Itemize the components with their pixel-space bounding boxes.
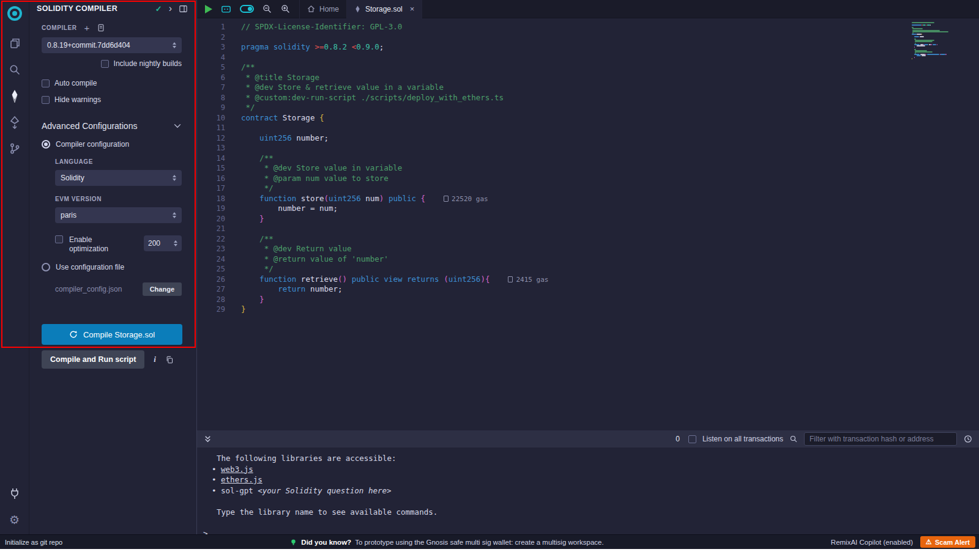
auto-compile-checkbox[interactable] (42, 79, 50, 87)
pin-panel-icon[interactable] (179, 4, 188, 13)
code-line[interactable]: 25 */ (197, 264, 979, 274)
file-explorer-icon[interactable] (7, 36, 22, 51)
git-init-status[interactable]: Initialize as git repo (0, 539, 62, 546)
hide-warnings-checkbox-row[interactable]: Hide warnings (42, 95, 182, 104)
code-line[interactable]: 5/** (197, 62, 979, 73)
code-line[interactable]: 18 function store(uint256 num) public {2… (197, 194, 979, 204)
terminal-line: • sol-gpt <your Solidity question here> (202, 485, 979, 496)
code-line[interactable]: 26 function retrieve() public view retur… (197, 274, 979, 285)
hide-warnings-label: Hide warnings (54, 95, 101, 104)
compile-button[interactable]: Compile Storage.sol (42, 324, 182, 345)
run-script-play-icon[interactable] (205, 5, 212, 13)
code-line[interactable]: 10contract Storage { (197, 113, 979, 123)
code-line[interactable]: 12 uint256 number; (197, 133, 979, 144)
terminal-link[interactable]: ethers.js (221, 475, 262, 484)
code-line[interactable]: 14 /** (197, 153, 979, 164)
zoom-out-icon[interactable] (262, 4, 272, 14)
listen-all-transactions-checkbox[interactable] (688, 435, 696, 443)
ai-assistant-icon[interactable] (220, 4, 232, 14)
code-editor[interactable]: 1// SPDX-License-Identifier: GPL-3.023pr… (197, 18, 979, 430)
panel-header: SOLIDITY COMPILER ✓ › (29, 0, 196, 17)
number-spinner-icon[interactable] (174, 240, 177, 246)
close-tab-icon[interactable]: × (410, 4, 415, 13)
code-line[interactable]: 19 number = num; (197, 204, 979, 214)
language-select[interactable]: Solidity (55, 170, 182, 186)
use-configuration-file-radio[interactable] (42, 263, 50, 271)
enable-optimization-checkbox[interactable] (55, 235, 63, 243)
code-line[interactable]: 8 * @custom:dev-run-script ./scripts/dep… (197, 93, 979, 103)
terminal-line: • ethers.js (202, 474, 979, 485)
advanced-configurations-header[interactable]: Advanced Configurations (42, 121, 182, 131)
code-line[interactable]: 16 * @param num value to store (197, 174, 979, 184)
compiler-configuration-label: Compiler configuration (56, 140, 129, 149)
code-line[interactable]: 9 */ (197, 103, 979, 113)
terminal[interactable]: The following libraries are accessible:•… (197, 448, 979, 534)
code-line[interactable]: 24 * @return value of 'number' (197, 254, 979, 265)
code-line[interactable]: 23 * @dev Return value (197, 244, 979, 254)
code-line[interactable]: 21 (197, 224, 979, 234)
line-number: 14 (197, 153, 225, 164)
auto-compile-checkbox-row[interactable]: Auto compile (42, 79, 182, 87)
code-line[interactable]: 27 return number; (197, 284, 979, 295)
evm-version-select[interactable]: paris (55, 207, 182, 223)
compile-and-run-button[interactable]: Compile and Run script (42, 350, 144, 369)
transaction-count-badge: 0 (676, 435, 680, 443)
minimap[interactable] (912, 22, 970, 59)
code-line[interactable]: 13 (197, 143, 979, 153)
gas-estimate-annotation: 2415 gas (508, 276, 548, 284)
remix-logo[interactable] (6, 5, 23, 24)
evm-version-value: paris (61, 211, 76, 219)
code-line[interactable]: 20 } (197, 214, 979, 224)
add-compiler-icon[interactable]: + (84, 23, 90, 32)
history-clock-icon[interactable] (963, 434, 973, 444)
code-line[interactable]: 28 } (197, 295, 979, 305)
info-icon[interactable]: i (154, 355, 156, 364)
code-line[interactable]: 2 (197, 32, 979, 43)
terminal-line (202, 517, 979, 528)
expand-terminal-icon[interactable] (203, 435, 212, 444)
include-nightly-checkbox-row[interactable]: Include nightly builds (42, 59, 182, 68)
optimization-runs-input[interactable]: 200 (144, 235, 182, 251)
status-bar: Initialize as git repo Did you know? To … (0, 534, 979, 549)
compile-button-label: Compile Storage.sol (83, 330, 155, 339)
search-icon[interactable] (7, 62, 22, 77)
code-line[interactable]: 11 (197, 123, 979, 133)
tab-home[interactable]: Home (300, 0, 347, 18)
deploy-run-icon[interactable] (7, 115, 22, 130)
load-compiler-file-icon[interactable] (97, 23, 105, 32)
code-line[interactable]: 22 /** (197, 234, 979, 245)
code-line[interactable]: 3pragma solidity >=0.8.2 <0.9.0; (197, 42, 979, 53)
solidity-file-icon (354, 5, 361, 13)
git-icon[interactable] (7, 141, 22, 156)
code-line[interactable]: 17 */ (197, 183, 979, 194)
line-number: 15 (197, 163, 225, 174)
compiler-version-select[interactable]: 0.8.19+commit.7dd6d404 (42, 37, 182, 53)
copilot-status[interactable]: RemixAI Copilot (enabled) (831, 539, 913, 546)
transaction-filter-input[interactable] (804, 432, 957, 446)
copy-icon[interactable] (165, 355, 174, 364)
code-line[interactable]: 4 (197, 53, 979, 63)
chevron-right-icon[interactable]: › (169, 4, 172, 13)
code-line[interactable]: 15 * @dev Store value in variable (197, 163, 979, 174)
change-config-button[interactable]: Change (143, 282, 182, 296)
compiler-configuration-radio-row[interactable]: Compiler configuration (42, 140, 182, 149)
line-number: 29 (197, 304, 225, 315)
copilot-toggle[interactable] (240, 5, 254, 13)
scam-alert-badge[interactable]: ⚠ Scam Alert (920, 536, 975, 548)
code-line[interactable]: 1// SPDX-License-Identifier: GPL-3.0 (197, 22, 979, 32)
use-configuration-file-radio-row[interactable]: Use configuration file (42, 263, 182, 271)
include-nightly-checkbox[interactable] (101, 60, 109, 68)
hide-warnings-checkbox[interactable] (42, 96, 50, 104)
zoom-in-icon[interactable] (280, 4, 291, 14)
plugin-manager-icon[interactable] (7, 486, 22, 501)
code-line[interactable]: 7 * @dev Store & retrieve value in a var… (197, 83, 979, 93)
code-line[interactable]: 29} (197, 304, 979, 315)
settings-gear-icon[interactable]: ⚙ (7, 512, 22, 527)
compiler-section-label: COMPILER (42, 24, 77, 31)
code-line[interactable]: 6 * @title Storage (197, 73, 979, 83)
search-icon[interactable] (789, 435, 798, 443)
terminal-link[interactable]: web3.js (221, 465, 253, 474)
tab-storage-sol[interactable]: Storage.sol × (347, 0, 422, 18)
compiler-configuration-radio[interactable] (42, 140, 50, 149)
solidity-compiler-icon[interactable] (7, 89, 22, 103)
